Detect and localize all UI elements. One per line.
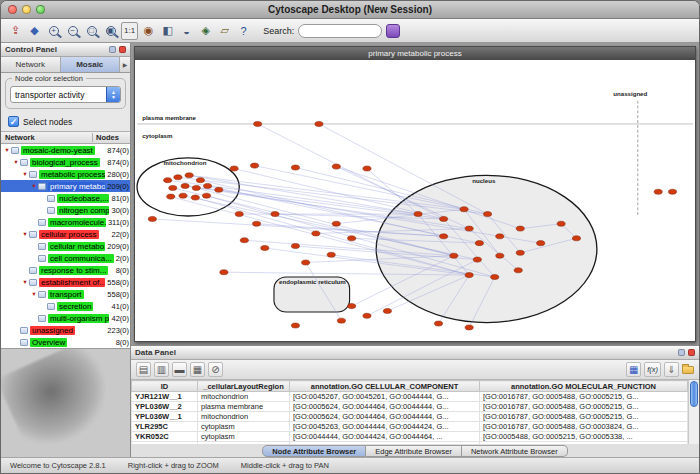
network-node[interactable] [202,193,210,198]
tree-row[interactable]: secretion41(0) [1,300,130,312]
tree-row[interactable]: ▼biological_process874(0) [1,156,130,168]
cell-id[interactable]: YPL036W__2 [132,402,198,412]
table-row[interactable]: YPL036W__1mitochondrion[GO:0005624, GO:0… [132,412,688,422]
network-node[interactable] [302,260,310,265]
network-node[interactable] [483,212,491,217]
float-data-panel-icon[interactable] [678,349,685,356]
zoom-fit-icon[interactable]: ▣ [102,22,119,40]
network-node[interactable] [181,183,189,188]
table-row[interactable]: YLR295Ccytoplasm[GO:0045263, GO:0044444,… [132,422,688,432]
network-node[interactable] [557,221,565,226]
save-session-icon[interactable]: ◆ [26,22,43,40]
network-node[interactable] [192,185,200,190]
network-node[interactable] [327,252,335,257]
data-panel-toggle-icon[interactable]: ◒ [178,22,195,40]
network-overview-thumbnail[interactable] [1,348,130,457]
tree-row[interactable]: ▼mosaic-demo-yeast874(0) [1,144,130,156]
table-vertical-scrollbar[interactable] [688,380,699,444]
tab-mosaic[interactable]: Mosaic [61,57,121,72]
network-node[interactable] [337,318,345,323]
attribute-table-head[interactable]: ID_cellularLayoutRegionannotation.GO CEL… [132,381,688,392]
network-node[interactable] [491,275,499,280]
network-node[interactable] [271,212,279,217]
cell-id[interactable]: YJR121W__1 [132,392,198,402]
scrollbar-thumb[interactable] [690,381,698,407]
tree-row[interactable]: ▼transport558(0) [1,288,130,300]
network-node[interactable] [254,121,262,126]
scale-one-to-one-icon[interactable]: 1:1 [121,22,138,40]
cell-id[interactable]: YLR295C [132,422,198,432]
column-header[interactable]: ID [132,381,198,392]
network-canvas-svg[interactable]: plasma membranecytoplasmmitochondrionnuc… [135,60,695,341]
show-graphics-details-icon[interactable]: ◉ [140,22,157,40]
tree-row[interactable]: cellular metabo...209(0) [1,240,130,252]
network-node[interactable] [196,178,204,183]
tree-row[interactable]: macromolecule...311(0) [1,216,130,228]
cell-value[interactable]: mitochondrion [198,392,290,402]
cell-id[interactable]: YPL036W__1 [132,412,198,422]
network-node[interactable] [460,207,468,212]
network-node[interactable] [572,236,580,241]
tree-row[interactable]: unassigned223(0) [1,324,130,336]
cell-value[interactable]: [GO:0045267, GO:0045261, GO:0044444, G..… [290,392,480,402]
collapse-triangle-icon[interactable]: ▼ [30,183,38,189]
tree-row[interactable]: ▼cellular process22(0) [1,228,130,240]
column-header[interactable]: _cellularLayoutRegion [198,381,290,392]
network-node[interactable] [185,173,193,178]
network-node[interactable] [537,241,545,246]
zoom-window-icon[interactable] [36,5,45,14]
network-canvas[interactable]: plasma membranecytoplasmmitochondrionnuc… [135,60,695,341]
cell-value[interactable]: plasma membrane [198,402,290,412]
node-color-select[interactable]: transporter activity ▲▼ [10,86,121,103]
network-node[interactable] [332,164,340,169]
control-panel-toggle-icon[interactable]: ◧ [159,22,176,40]
network-node[interactable] [475,241,483,246]
network-node[interactable] [516,250,524,255]
network-node[interactable] [240,238,248,243]
table-row[interactable]: YPL036W__2plasma membrane[GO:0005624, GO… [132,402,688,412]
network-node[interactable] [363,313,371,318]
select-attributes-icon[interactable]: ▤ [136,362,151,377]
tab-node-attribute-browser[interactable]: Node Attribute Browser [262,445,366,457]
network-node[interactable] [215,187,223,192]
network-node[interactable] [496,253,504,258]
network-node[interactable] [291,323,299,328]
help-icon[interactable]: ? [235,22,252,40]
cell-value[interactable]: [GO:0016787, GO:0005488, GO:0005215, G..… [480,392,688,402]
tree-col-network[interactable]: Network [1,133,92,142]
network-node[interactable] [414,212,422,217]
network-node[interactable] [250,163,258,168]
collapse-triangle-icon[interactable]: ▼ [3,147,11,153]
close-data-panel-icon[interactable] [688,349,695,356]
cell-value[interactable]: cytoplasm [198,422,290,432]
cell-value[interactable]: [GO:0016787, GO:0005488, GO:0003824, G..… [480,422,688,432]
network-node[interactable] [203,183,211,188]
cell-value[interactable]: [GO:0016787, GO:0005488, GO:0005215, G..… [480,412,688,422]
zoom-selected-icon[interactable]: □ [83,22,100,40]
table-row[interactable]: YKR052Ccytoplasm[GO:0044444, GO:0044424,… [132,432,688,442]
tree-row[interactable]: nitrogen compo...30(0) [1,204,130,216]
cell-id[interactable]: YKR052C [132,432,198,442]
collapse-triangle-icon[interactable]: ▼ [21,171,29,177]
cell-value[interactable]: [GO:0005488, GO:0005215, GO:0005338, ... [480,432,688,442]
attribute-table[interactable]: ID_cellularLayoutRegionannotation.GO CEL… [131,380,688,444]
tree-row[interactable]: Overview8(0) [1,336,130,348]
network-node[interactable] [291,165,299,170]
cell-value[interactable]: [GO:0045263, GO:0044444, GO:0044424, G..… [290,422,480,432]
tree-row[interactable]: response to stim...8(0) [1,264,130,276]
network-node[interactable] [220,270,228,275]
network-node[interactable] [174,175,182,180]
search-config-icon[interactable] [386,24,400,38]
network-node[interactable] [668,189,676,194]
collapse-triangle-icon[interactable]: ▼ [30,291,38,297]
tab-network[interactable]: Network [1,57,61,72]
network-node[interactable] [473,257,481,262]
network-node[interactable] [363,166,371,171]
cell-value[interactable]: [GO:0044444, GO:0044424, GO:0044464, ... [290,432,480,442]
tree-row[interactable]: nucleobase,...81(0) [1,192,130,204]
cell-value[interactable]: [GO:0005624, GO:0044464, GO:0044444, G..… [290,402,480,412]
network-node[interactable] [465,325,473,330]
network-node[interactable] [167,194,175,199]
network-node[interactable] [169,185,177,190]
tab-overflow-arrow-icon[interactable]: ▶ [120,57,130,72]
